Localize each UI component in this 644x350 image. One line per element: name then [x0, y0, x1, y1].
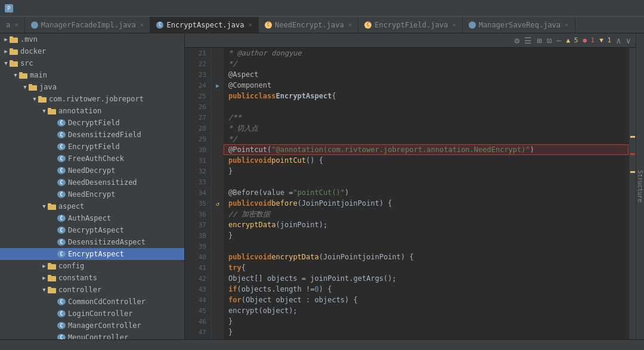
tree-item-label: controller [58, 286, 182, 294]
line-number: 42 [185, 273, 211, 284]
tree-item-aspect[interactable]: ▼aspect [0, 200, 184, 212]
code-token: } [228, 317, 233, 326]
tree-item-annotation[interactable]: ▼annotation [0, 105, 184, 117]
line-number: 33 [185, 176, 211, 187]
toolbar-pin-icon[interactable]: ⊡ [547, 36, 552, 45]
tab-close-icon[interactable]: × [348, 21, 352, 29]
code-token: */ [228, 135, 237, 143]
tab-close-icon[interactable]: × [565, 21, 569, 29]
line-number: 36 [185, 209, 211, 219]
svg-rect-6 [19, 73, 27, 79]
file-icon: C [57, 131, 66, 138]
code-line: */ [224, 58, 628, 69]
code-lines: * @author dongyue */@Aspect@Componentpub… [224, 48, 628, 337]
tab-close-icon[interactable]: × [248, 21, 252, 29]
tab-close-icon[interactable]: × [452, 21, 456, 29]
gutter-icon [212, 155, 224, 166]
tree-item-commoncdcontroller[interactable]: CCommonCdController [0, 296, 184, 308]
gutter-icon [212, 176, 224, 187]
code-line: * 切入点 [224, 123, 628, 134]
line-number: 43 [185, 284, 211, 295]
file-icon: C [57, 250, 66, 258]
tree-item-src[interactable]: ▼src [0, 57, 184, 69]
title-bar-left: P [5, 4, 18, 13]
tree-item-freeauthcheck[interactable]: CFreeAuthCheck [0, 153, 184, 165]
line-number: 31 [185, 155, 211, 166]
code-line: Object[] objects = joinPoint.getArgs(); [224, 273, 628, 284]
gutter-icon[interactable]: ↺ [212, 198, 224, 209]
code-line: @Pointcut("@annotation(com.rivtower.jobr… [224, 144, 628, 155]
tree-item-encryptaspect[interactable]: CEncryptAspect [0, 248, 184, 260]
toolbar-list-icon[interactable]: ☰ [524, 36, 532, 45]
folder-arrow-icon: ▼ [21, 84, 29, 90]
tree-item-label: CommonCdController [68, 298, 182, 306]
gutter-icon [212, 305, 224, 316]
toolbar-down-icon[interactable]: ∨ [626, 36, 631, 45]
toolbar-up-icon[interactable]: ∧ [616, 36, 621, 45]
tab-tab-encryptaspect[interactable]: CEncryptAspect.java× [150, 17, 259, 33]
tree-item-com.rivtower.jobreport[interactable]: ▼com.rivtower.jobreport [0, 93, 184, 105]
tree-item-encryptfield[interactable]: CEncryptField [0, 141, 184, 153]
folder-icon [48, 203, 56, 210]
code-token: (joinPoint); [275, 221, 327, 229]
tab-close-icon[interactable]: × [14, 21, 18, 29]
tree-item-decryptfield[interactable]: CDecryptField [0, 117, 184, 129]
tree-item-needdesensitized[interactable]: CNeedDesensitized [0, 176, 184, 188]
tree-item-desensitizedaspect[interactable]: CDesensitizedAspect [0, 236, 184, 248]
tree-item-main[interactable]: ▼main [0, 69, 184, 81]
tree-item-.mvn[interactable]: ▶.mvn [0, 33, 184, 45]
tree-item-controller[interactable]: ▼controller [0, 284, 184, 296]
code-content[interactable]: * @author dongyue */@Aspect@Componentpub… [224, 48, 628, 339]
tree-item-label: NeedDecrypt [68, 166, 182, 175]
line-number: 21 [185, 48, 211, 58]
toolbar-split-icon[interactable]: ⊞ [537, 36, 541, 45]
code-token: // 加密数据 [228, 209, 270, 219]
file-icon: C [57, 155, 66, 162]
toolbar-settings-icon[interactable]: ⚙ [515, 36, 519, 45]
tree-item-label: aspect [58, 202, 182, 210]
svg-rect-9 [29, 84, 32, 86]
code-line: // 加密数据 [224, 209, 628, 219]
code-token: encryptData [271, 253, 318, 261]
code-token: ( [298, 199, 302, 207]
folder-icon [48, 274, 56, 281]
code-line [224, 176, 628, 187]
file-icon: C [57, 227, 66, 234]
tree-item-label: FreeAuthCheck [68, 154, 182, 163]
tree-item-desensitizedfield[interactable]: CDesensitizedField [0, 129, 184, 141]
tab-tab-encryptfield[interactable]: CEncryptField.java× [358, 17, 462, 33]
tree-item-config[interactable]: ▶config [0, 260, 184, 272]
file-icon: C [57, 191, 66, 198]
gutter-icon[interactable]: ▶ [212, 80, 224, 91]
line-number: 41 [185, 262, 211, 273]
tree-item-authaspect[interactable]: CAuthAspect [0, 212, 184, 224]
tree-item-logincontroller[interactable]: CLoginController [0, 308, 184, 320]
file-icon: C [57, 215, 66, 222]
line-number: 37 [185, 219, 211, 230]
code-token: JoinPoint [323, 253, 362, 261]
gutter-icon [212, 209, 224, 219]
tab-tab-needencrypt[interactable]: CNeedEncrypt.java× [259, 17, 358, 33]
svg-rect-17 [48, 263, 51, 265]
tree-item-managercontroller[interactable]: CManagerController [0, 320, 184, 332]
tree-item-decryptaspect[interactable]: CDecryptAspect [0, 224, 184, 236]
tab-tab-managersavereq[interactable]: CManagerSaveReq.java× [463, 17, 575, 33]
tab-close-icon[interactable]: × [140, 21, 144, 29]
tab-label: ManagerSaveReq.java [479, 21, 561, 29]
tab-tab-a[interactable]: a× [0, 17, 25, 33]
tree-item-java[interactable]: ▼java [0, 81, 184, 93]
tree-item-constants[interactable]: ▶constants [0, 272, 184, 284]
code-token: @Aspect [228, 70, 259, 79]
toolbar-minus-icon[interactable]: − [556, 36, 561, 45]
code-token: @Component [228, 81, 271, 89]
gutter-icon [212, 112, 224, 123]
tree-item-label: NeedDesensitized [68, 178, 182, 187]
tree-item-docker[interactable]: ▶docker [0, 45, 184, 57]
code-token: if [228, 285, 237, 293]
tab-tab-managerfacadeimpl[interactable]: CManagerFacadeImpl.java× [25, 17, 151, 33]
tree-item-needencrypt[interactable]: CNeedEncrypt [0, 188, 184, 200]
tree-item-needdecrypt[interactable]: CNeedDecrypt [0, 165, 184, 176]
folder-arrow-icon: ▶ [2, 48, 10, 54]
tree-item-menucontroller[interactable]: CMenuController [0, 332, 184, 339]
line-number: 40 [185, 252, 211, 262]
